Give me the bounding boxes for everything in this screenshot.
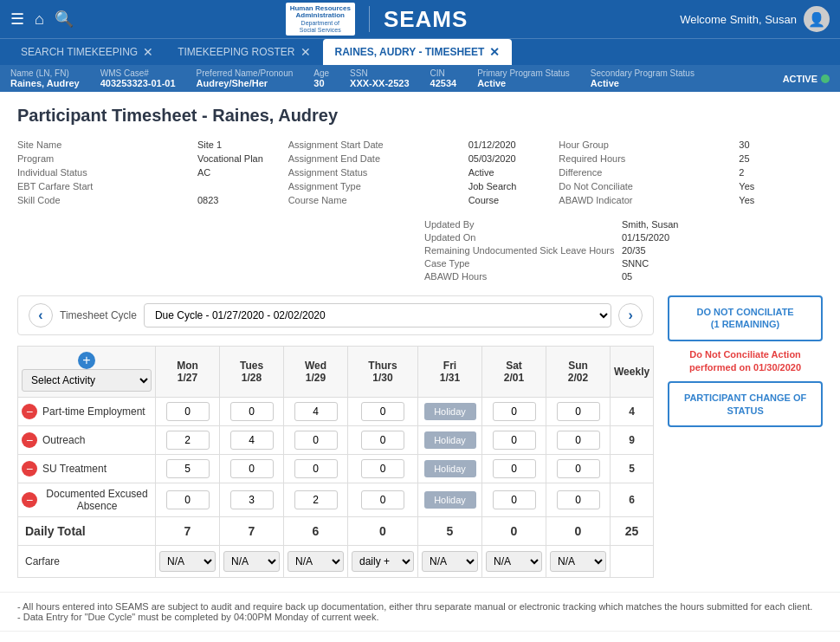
weekly-total: 9 xyxy=(611,426,654,455)
hour-input-wed[interactable] xyxy=(294,459,338,478)
warning-text: Do Not Conciliate Actionperformed on 01/… xyxy=(668,348,823,375)
next-cycle-button[interactable]: › xyxy=(618,303,643,327)
th-mon: Mon1/27 xyxy=(156,347,220,398)
th-sun: Sun2/02 xyxy=(546,347,611,398)
hour-input-mon[interactable] xyxy=(166,490,210,509)
hour-input-thurs[interactable] xyxy=(361,431,404,450)
timesheet-table: + Select Activity Mon1/27 Tues1/28 Wed1/… xyxy=(17,346,654,578)
hour-input-wed[interactable] xyxy=(294,490,338,509)
close-tab-search[interactable]: ✕ xyxy=(143,45,153,59)
holiday-button[interactable]: Holiday xyxy=(424,403,476,420)
ph-age-field: Age 30 xyxy=(313,68,329,88)
app-title: SEAMS xyxy=(384,6,468,33)
daily-total-label: Daily Total xyxy=(18,517,156,546)
hour-input-tues[interactable] xyxy=(230,459,274,478)
holiday-button[interactable]: Holiday xyxy=(424,491,476,509)
carfare-mon[interactable]: N/AYesNo xyxy=(159,551,216,572)
th-tues: Tues1/28 xyxy=(220,347,284,398)
tab-search-timekeeping[interactable]: SEARCH TIMEKEEPING ✕ xyxy=(9,39,165,65)
close-tab-roster[interactable]: ✕ xyxy=(300,45,311,59)
ph-wms-field: WMS Case# 403253323-01-01 xyxy=(100,68,176,88)
holiday-button[interactable]: Holiday xyxy=(424,431,476,449)
hour-input-mon[interactable] xyxy=(166,459,210,478)
nav-divider xyxy=(369,6,370,32)
close-tab-timesheet[interactable]: ✕ xyxy=(489,45,500,59)
main-content: Participant Timesheet - Raines, Audrey S… xyxy=(0,92,840,592)
hour-input-wed[interactable] xyxy=(294,402,338,421)
activity-name: SU Treatment xyxy=(42,463,107,475)
carfare-fri[interactable]: N/AYesNo xyxy=(422,551,478,572)
table-row: −SU TreatmentHoliday5 xyxy=(18,455,654,483)
nav-right: Welcome Smith, Susan 👤 xyxy=(680,6,830,32)
add-activity-button[interactable]: + xyxy=(78,352,95,369)
holiday-button[interactable]: Holiday xyxy=(424,460,476,477)
tab-timekeeping-roster[interactable]: TIMEKEEPING ROSTER ✕ xyxy=(165,39,322,65)
hour-input-sat[interactable] xyxy=(493,490,536,509)
hour-input-sat[interactable] xyxy=(493,431,536,450)
cycle-row: ‹ Timesheet Cycle Due Cycle - 01/27/2020… xyxy=(17,295,654,335)
carfare-row: Carfare N/AYesNo N/AYesNo N/AYesNo daily… xyxy=(18,546,654,578)
participant-header: Name (LN, FN) Raines, Audrey WMS Case# 4… xyxy=(0,65,840,92)
carfare-thurs[interactable]: daily +N/AYesNo xyxy=(352,551,414,572)
hour-input-wed[interactable] xyxy=(294,431,338,450)
hour-input-mon[interactable] xyxy=(166,402,210,421)
action-buttons: EXIT SAVE xyxy=(0,631,840,642)
th-activity: + Select Activity xyxy=(18,347,156,398)
hour-input-sun[interactable] xyxy=(557,490,600,509)
carfare-wed[interactable]: N/AYesNo xyxy=(288,551,344,572)
hour-input-sun[interactable] xyxy=(557,459,600,478)
hour-input-thurs[interactable] xyxy=(361,490,404,509)
ph-ssn-field: SSN XXX-XX-2523 xyxy=(350,68,409,88)
cycle-select[interactable]: Due Cycle - 01/27/2020 - 02/02/2020 xyxy=(144,303,611,327)
do-not-conciliate-button[interactable]: DO NOT CONCILIATE(1 REMAINING) xyxy=(668,295,823,341)
weekly-total: 5 xyxy=(611,455,654,483)
participant-change-button[interactable]: PARTICIPANT CHANGE OFSTATUS xyxy=(668,381,823,427)
carfare-sat[interactable]: N/AYesNo xyxy=(486,551,542,572)
hamburger-icon[interactable]: ☰ xyxy=(10,10,24,29)
activity-cell: −Outreach xyxy=(18,426,156,455)
timesheet-left: ‹ Timesheet Cycle Due Cycle - 01/27/2020… xyxy=(17,295,654,578)
table-row: −Part-time EmploymentHoliday4 xyxy=(18,398,654,426)
user-avatar[interactable]: 👤 xyxy=(804,6,830,32)
daily-total-row: Daily Total 7 7 6 0 5 0 0 25 xyxy=(18,517,654,546)
hour-input-sat[interactable] xyxy=(493,402,536,421)
ph-name-field: Name (LN, FN) Raines, Audrey xyxy=(10,68,80,88)
daily-total-fri: 5 xyxy=(418,517,482,546)
timesheet-wrapper: ‹ Timesheet Cycle Due Cycle - 01/27/2020… xyxy=(17,295,823,578)
daily-total-weekly: 25 xyxy=(611,517,654,546)
search-icon[interactable]: 🔍 xyxy=(55,10,74,29)
prev-cycle-button[interactable]: ‹ xyxy=(29,303,53,327)
remove-activity-button[interactable]: − xyxy=(22,404,37,419)
nav-center: Human Resources Administration Departmen… xyxy=(74,3,680,36)
activity-cell: −Documented Excused Absence xyxy=(18,483,156,517)
daily-total-thurs: 0 xyxy=(348,517,418,546)
nyc-logo: Human Resources Administration Departmen… xyxy=(286,3,355,36)
home-icon[interactable]: ⌂ xyxy=(35,10,44,29)
remove-activity-button[interactable]: − xyxy=(22,432,37,448)
tab-raines-timesheet[interactable]: RAINES, AUDRY - TIMESHEET ✕ xyxy=(323,39,513,65)
daily-total-sun: 0 xyxy=(546,517,611,546)
hour-input-sun[interactable] xyxy=(557,431,600,450)
activity-name: Part-time Employment xyxy=(42,405,145,418)
hour-input-thurs[interactable] xyxy=(361,402,404,421)
active-badge: ACTIVE xyxy=(783,74,830,84)
hour-input-sun[interactable] xyxy=(557,402,600,421)
select-activity-dropdown[interactable]: Select Activity xyxy=(22,369,152,392)
remove-activity-button[interactable]: − xyxy=(22,492,37,508)
daily-total-tues: 7 xyxy=(220,517,284,546)
table-row: −Documented Excused AbsenceHoliday6 xyxy=(18,483,654,517)
hour-input-mon[interactable] xyxy=(166,431,210,450)
hour-input-tues[interactable] xyxy=(230,431,274,450)
remove-activity-button[interactable]: − xyxy=(22,461,37,477)
th-fri: Fri1/31 xyxy=(418,347,482,398)
carfare-label: Carfare xyxy=(18,546,156,578)
activity-name: Documented Excused Absence xyxy=(42,488,152,512)
carfare-sun[interactable]: N/AYesNo xyxy=(550,551,606,572)
hour-input-tues[interactable] xyxy=(230,402,274,421)
carfare-tues[interactable]: N/AYesNo xyxy=(223,551,280,572)
hour-input-thurs[interactable] xyxy=(361,459,404,478)
hour-input-sat[interactable] xyxy=(493,459,536,478)
hour-input-tues[interactable] xyxy=(230,490,274,509)
ph-primary-status-field: Primary Program Status Active xyxy=(477,68,570,88)
note-line2: - Data Entry for "Due Cycle" must be com… xyxy=(17,612,823,622)
